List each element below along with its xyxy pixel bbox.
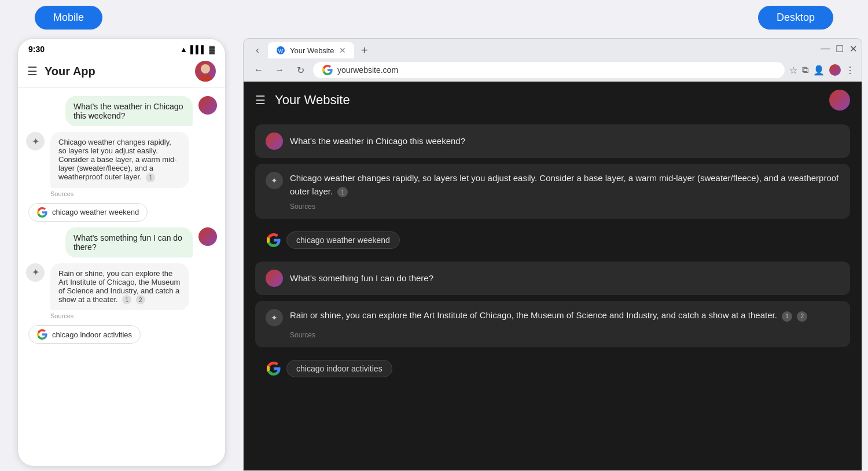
website-title: Your Website	[275, 93, 350, 108]
mobile-user-avatar-1	[198, 96, 217, 115]
desktop-chip-inner-1[interactable]: chicago weather weekend	[286, 231, 400, 249]
desktop-ai-badge-1: 1	[337, 187, 348, 197]
mobile-ai-avatar-2: ✦	[26, 263, 45, 282]
desktop-sources-1: Sources	[290, 203, 840, 211]
extensions-icon[interactable]: ⧉	[802, 65, 808, 75]
mobile-ai-bubble-1: Chicago weather changes rapidly, so laye…	[50, 132, 189, 188]
main-content: 9:30 ▲ ▌▌▌ ▓ ☰ Your App	[0, 35, 868, 471]
desktop-ai-bubble-1: ✦ Chicago weather changes rapidly, so la…	[255, 164, 850, 219]
desktop-chip-google-icon-2	[267, 362, 281, 376]
chat-row: ✦ Chicago weather changes rapidly, so la…	[26, 132, 217, 197]
mobile-chip-2-text: chicago indoor activities	[52, 330, 132, 339]
mobile-button[interactable]: Mobile	[35, 6, 102, 30]
mobile-chip-1-text: chicago weather weekend	[52, 208, 139, 216]
mobile-user-msg-1: What's the weather in Chicago this weeke…	[73, 102, 183, 120]
signal-icon: ▌▌▌	[190, 45, 207, 54]
mobile-user-msg-2: What's something fun I can do there?	[73, 233, 182, 252]
chat-row: ✦ Rain or shine, you can explore the Art…	[26, 263, 217, 320]
desktop-google-chip-2: chicago indoor activities	[255, 353, 850, 384]
mobile-sources-2: Sources	[50, 312, 189, 319]
desktop-sources-2: Sources	[290, 331, 840, 339]
tab-favicon: W	[276, 46, 285, 55]
desktop-button[interactable]: Desktop	[758, 6, 833, 30]
website-hamburger-icon[interactable]: ☰	[255, 93, 266, 107]
browser-chrome: ‹ W Your Website ✕ + — ☐ ✕	[243, 38, 862, 82]
desktop-ai-badge-2a: 1	[782, 311, 792, 322]
desktop-user-bubble-2: What's something fun I can do there?	[255, 262, 850, 295]
mobile-ai-badge-2a: 1	[122, 295, 131, 304]
browser-tab-bar: ‹ W Your Website ✕ +	[244, 39, 378, 58]
mobile-ai-msg-1: Chicago weather changes rapidly, so laye…	[58, 138, 176, 181]
mobile-google-chip-2[interactable]: chicago indoor activities	[28, 325, 141, 344]
website-header-left: ☰ Your Website	[255, 93, 350, 108]
desktop-user-avatar-2	[266, 270, 283, 287]
wifi-icon: ▲	[180, 45, 187, 54]
desktop-user-msg-2: What's something fun I can do there?	[290, 272, 433, 285]
desktop-ai-avatar-1: ✦	[266, 172, 283, 189]
website-avatar	[829, 90, 850, 111]
desktop-user-bubble-1: What's the weather in Chicago this weeke…	[255, 124, 850, 158]
tab-dropdown-button[interactable]: ‹	[249, 42, 266, 58]
desktop-chip-inner-2[interactable]: chicago indoor activities	[286, 360, 392, 377]
desktop-chip-text-2: chicago indoor activities	[296, 364, 382, 373]
mobile-ai-badge-1: 1	[146, 173, 155, 182]
mobile-time: 9:30	[28, 45, 45, 54]
browser-user-avatar[interactable]	[829, 64, 841, 76]
mobile-header-left: ☰ Your App	[27, 64, 95, 78]
mobile-ai-msg-2: Rain or shine, you can explore the Art I…	[58, 269, 180, 304]
mobile-ai-bubble-2: Rain or shine, you can explore the Art I…	[50, 263, 189, 311]
mobile-panel: 9:30 ▲ ▌▌▌ ▓ ☰ Your App	[17, 38, 226, 466]
chat-row: What's the weather in Chicago this weeke…	[26, 96, 217, 126]
mobile-status-bar: 9:30 ▲ ▌▌▌ ▓	[18, 39, 225, 56]
mobile-chat: What's the weather in Chicago this weeke…	[18, 88, 225, 466]
website-header: ☰ Your Website	[244, 82, 862, 119]
desktop-user-msg-1: What's the weather in Chicago this weeke…	[290, 135, 465, 148]
desktop-user-avatar-1	[266, 133, 283, 150]
browser-menu-icon[interactable]: ⋮	[845, 65, 855, 76]
mobile-google-chip-1[interactable]: chicago weather weekend	[28, 203, 148, 222]
svg-point-0	[201, 64, 210, 73]
browser-content: ☰ Your Website What's the weather in Chi…	[243, 82, 862, 471]
maximize-button[interactable]: ☐	[836, 43, 844, 54]
desktop-chat: What's the weather in Chicago this weeke…	[244, 119, 862, 470]
battery-icon: ▓	[209, 45, 215, 54]
chat-row: What's something fun I can do there?	[26, 227, 217, 257]
browser-tab-active[interactable]: W Your Website ✕	[268, 42, 354, 58]
refresh-button[interactable]: ↻	[292, 62, 308, 78]
address-bar[interactable]: yourwebsite.com	[313, 62, 785, 78]
window-controls: — ☐ ✕	[816, 43, 862, 54]
desktop-ai-msg-2: Rain or shine, you can explore the Art I…	[290, 309, 807, 322]
top-bar: Mobile Desktop	[0, 0, 868, 35]
mobile-user-avatar-2	[198, 227, 217, 246]
svg-text:W: W	[278, 48, 284, 54]
minimize-button[interactable]: —	[821, 43, 830, 54]
address-google-icon	[322, 65, 333, 75]
browser-toolbar: ← → ↻ yourwebsite.com ☆ ⧉ 👤	[244, 58, 862, 82]
desktop-ai-badge-2b: 2	[797, 311, 807, 322]
browser-toolbar-right: ☆ ⧉ 👤 ⋮	[789, 64, 855, 76]
desktop-ai-content-1: ✦ Chicago weather changes rapidly, so la…	[266, 172, 840, 198]
mobile-ai-badge-2b: 2	[136, 295, 145, 304]
tab-close-button[interactable]: ✕	[339, 46, 346, 55]
close-window-button[interactable]: ✕	[849, 43, 857, 54]
mobile-avatar	[195, 61, 216, 82]
mobile-user-bubble-1: What's the weather in Chicago this weeke…	[65, 96, 193, 126]
mobile-user-bubble-2: What's something fun I can do there?	[65, 227, 193, 257]
desktop-chip-google-icon-1	[267, 233, 281, 247]
svg-point-1	[198, 75, 212, 82]
address-url: yourwebsite.com	[337, 65, 398, 75]
mobile-status-icons: ▲ ▌▌▌ ▓	[180, 45, 215, 54]
desktop-ai-avatar-2: ✦	[266, 309, 283, 326]
mobile-header: ☰ Your App	[18, 56, 225, 88]
profile-icon[interactable]: 👤	[813, 65, 825, 76]
hamburger-icon[interactable]: ☰	[27, 64, 38, 78]
new-tab-button[interactable]: +	[356, 42, 373, 58]
desktop-google-chip-1: chicago weather weekend	[255, 225, 850, 256]
forward-button[interactable]: →	[271, 62, 288, 78]
desktop-ai-bubble-2: ✦ Rain or shine, you can explore the Art…	[255, 301, 850, 347]
back-button[interactable]: ←	[251, 62, 267, 78]
mobile-ai-avatar-1: ✦	[26, 132, 45, 150]
desktop-chip-text-1: chicago weather weekend	[296, 236, 390, 245]
bookmark-icon[interactable]: ☆	[789, 65, 797, 76]
desktop-ai-content-2: ✦ Rain or shine, you can explore the Art…	[266, 309, 840, 326]
